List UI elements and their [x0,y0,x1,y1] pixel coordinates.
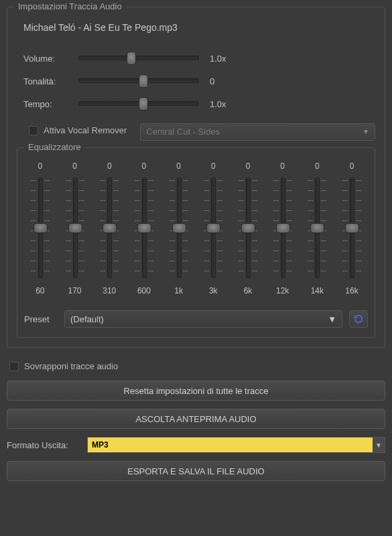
eq-band: 0310 [94,161,125,295]
eq-band-slider[interactable] [98,178,121,278]
eq-band: 03k [198,161,228,295]
chevron-down-icon: ▼ [373,438,385,452]
eq-band: 0600 [129,161,159,295]
vocal-remover-row: Attiva Vocal Remover Central Cut - Sides… [17,121,375,142]
chevron-down-icon: ▼ [328,314,336,324]
eq-band: 0170 [60,161,90,295]
eq-band-slider[interactable] [29,178,52,278]
tempo-row: Tempo: 1.0x [17,98,375,109]
eq-band-freq: 1k [174,286,183,295]
vocal-remover-checkbox[interactable] [29,126,38,135]
eq-band-slider[interactable] [237,178,259,278]
eq-band-slider[interactable] [202,178,224,278]
preset-label: Preset [24,314,58,324]
eq-band-value: 0 [107,161,112,171]
eq-band-freq: 60 [36,286,44,295]
volume-label: Volume: [23,54,78,64]
track-filename: Michael Teló - Ai Se Eu Te Pego.mp3 [23,22,375,33]
tempo-value: 1.0x [210,99,243,109]
export-button[interactable]: ESPORTA E SALVA IL FILE AUDIO [7,461,385,481]
equalizer-bands: 06001700310060001k03k06k012k014k016k [24,161,368,295]
tempo-label: Tempo: [23,99,78,109]
overlap-label: Sovrapponi tracce audio [24,361,118,371]
output-format-row: Formato Uscita: MP3 ▼ [7,437,385,453]
volume-value: 1.0x [210,54,243,64]
eq-band-slider[interactable] [64,178,86,278]
eq-band-slider[interactable] [306,178,328,278]
tempo-slider[interactable] [78,98,199,109]
overlap-row: Sovrapponi tracce audio [9,361,385,371]
eq-band-value: 0 [38,161,43,171]
overlap-checkbox[interactable] [9,362,19,371]
refresh-icon [353,314,364,324]
eq-band-freq: 14k [311,286,324,295]
eq-band-freq: 600 [137,286,151,295]
eq-band-freq: 12k [276,286,289,295]
eq-band: 060 [25,161,56,295]
eq-band-slider[interactable] [340,178,363,278]
eq-band-freq: 170 [68,286,82,295]
eq-band-value: 0 [72,161,77,171]
eq-band-value: 0 [211,161,216,171]
eq-band-value: 0 [176,161,181,171]
reset-all-button[interactable]: Resetta impostazioni di tutte le tracce [7,381,385,401]
eq-band-value: 0 [350,161,354,171]
format-dropdown[interactable]: MP3 ▼ [87,437,385,453]
audio-track-settings-panel: Impostazioni Traccia Audio Michael Teló … [7,7,385,348]
eq-band-slider[interactable] [168,178,190,278]
pitch-row: Tonalità: 0 [17,76,375,86]
pitch-slider[interactable] [78,76,199,86]
eq-band-value: 0 [280,161,285,171]
eq-band-freq: 6k [244,286,253,295]
eq-band-slider[interactable] [271,178,294,278]
eq-band-freq: 3k [209,286,218,295]
panel-title: Impostazioni Traccia Audio [14,1,126,11]
equalizer-panel: Equalizzatore 06001700310060001k03k06k01… [17,147,375,338]
eq-band-value: 0 [142,161,147,171]
pitch-value: 0 [210,76,243,86]
eq-band-freq: 16k [345,286,358,295]
vocal-remover-label: Attiva Vocal Remover [44,125,127,135]
preset-value: (Default) [70,314,104,324]
preset-reset-button[interactable] [349,310,368,328]
eq-band: 06k [233,161,263,295]
volume-slider[interactable] [78,53,199,64]
eq-band-freq: 310 [103,286,116,295]
eq-band: 016k [336,161,367,295]
eq-band: 012k [267,161,298,295]
preset-dropdown[interactable]: (Default) ▼ [64,310,342,328]
eq-band: 014k [302,161,332,295]
eq-band-slider[interactable] [133,178,155,278]
format-value: MP3 [92,440,109,450]
volume-row: Volume: 1.0x [17,53,375,64]
equalizer-title: Equalizzatore [24,142,85,152]
vocal-mode-dropdown[interactable]: Central Cut - Sides ▼ [140,123,375,141]
eq-band: 01k [164,161,194,295]
preset-row: Preset (Default) ▼ [24,310,368,328]
pitch-label: Tonalità: [23,76,78,86]
format-label: Formato Uscita: [7,440,80,450]
chevron-down-icon: ▼ [363,128,369,135]
eq-band-value: 0 [246,161,251,171]
vocal-mode-value: Central Cut - Sides [146,127,220,137]
eq-band-value: 0 [315,161,320,171]
preview-audio-button[interactable]: ASCOLTA ANTEPRIMA AUDIO [7,409,385,429]
